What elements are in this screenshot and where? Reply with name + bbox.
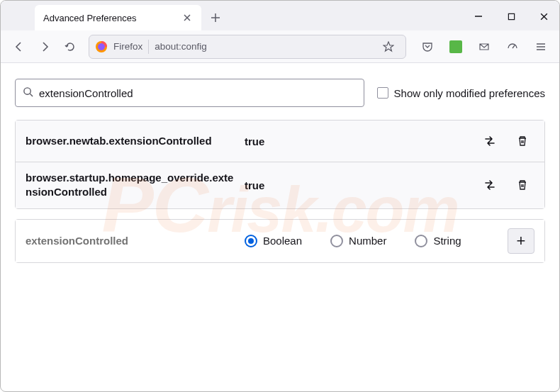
pref-name: browser.newtab.extensionControlled: [26, 134, 235, 148]
toggle-button[interactable]: [478, 173, 502, 197]
radio-label: Number: [349, 235, 386, 247]
svg-rect-0: [508, 13, 514, 19]
config-content: Show only modified preferences browser.n…: [1, 63, 559, 279]
close-window-button[interactable]: [534, 6, 554, 26]
radio-icon: [415, 235, 427, 247]
search-box[interactable]: [15, 79, 364, 107]
mail-icon[interactable]: [473, 35, 495, 58]
bookmark-star-icon[interactable]: [377, 35, 400, 58]
svg-point-3: [24, 87, 30, 94]
checkbox-label: Show only modified preferences: [394, 87, 545, 99]
tab-bar: Advanced Preferences: [1, 1, 559, 30]
extension-icon[interactable]: [444, 35, 467, 58]
maximize-button[interactable]: [501, 6, 521, 26]
svg-point-2: [98, 43, 105, 50]
new-pref-box: extensionControlled Boolean Number Strin…: [15, 219, 545, 263]
dashboard-icon[interactable]: [501, 35, 524, 58]
tab-title: Advanced Preferences: [43, 13, 137, 23]
url-bar[interactable]: Firefox about:config: [89, 35, 406, 59]
pref-name: browser.startup.homepage_override.extens…: [26, 171, 235, 200]
radio-number[interactable]: Number: [330, 235, 386, 247]
browser-tab[interactable]: Advanced Preferences: [35, 5, 201, 30]
browser-toolbar: Firefox about:config: [1, 30, 559, 63]
radio-icon: [245, 235, 257, 247]
checkbox-icon: [377, 87, 388, 99]
pocket-icon[interactable]: [416, 35, 439, 58]
search-input[interactable]: [39, 87, 357, 99]
toggle-button[interactable]: [478, 129, 502, 153]
radio-icon: [330, 235, 343, 247]
pref-value: true: [245, 135, 468, 147]
new-pref-name: extensionControlled: [26, 235, 235, 247]
delete-button[interactable]: [510, 129, 534, 153]
back-button[interactable]: [8, 35, 30, 58]
window-controls: [469, 6, 554, 26]
pref-value: true: [245, 179, 468, 191]
type-radio-group: Boolean Number String: [245, 235, 498, 247]
pref-row: browser.newtab.extensionControlled true: [16, 121, 544, 162]
radio-boolean[interactable]: Boolean: [245, 235, 302, 247]
reload-button[interactable]: [59, 35, 82, 58]
radio-label: String: [433, 235, 461, 247]
add-pref-button[interactable]: +: [508, 228, 534, 254]
search-icon: [23, 86, 33, 100]
close-tab-icon[interactable]: [181, 12, 193, 23]
pref-row: browser.startup.homepage_override.extens…: [16, 162, 544, 208]
radio-label: Boolean: [263, 235, 302, 247]
url-brand-label: Firefox: [113, 41, 142, 52]
firefox-icon: [95, 40, 108, 53]
url-text: about:config: [155, 41, 371, 52]
forward-button[interactable]: [33, 35, 56, 58]
radio-string[interactable]: String: [415, 235, 461, 247]
delete-button[interactable]: [510, 173, 534, 197]
results-list: browser.newtab.extensionControlled true …: [15, 120, 545, 209]
url-separator: [148, 40, 149, 54]
minimize-button[interactable]: [469, 6, 488, 26]
new-tab-button[interactable]: [204, 6, 227, 29]
show-modified-checkbox[interactable]: Show only modified preferences: [377, 87, 545, 99]
menu-button[interactable]: [530, 35, 552, 58]
